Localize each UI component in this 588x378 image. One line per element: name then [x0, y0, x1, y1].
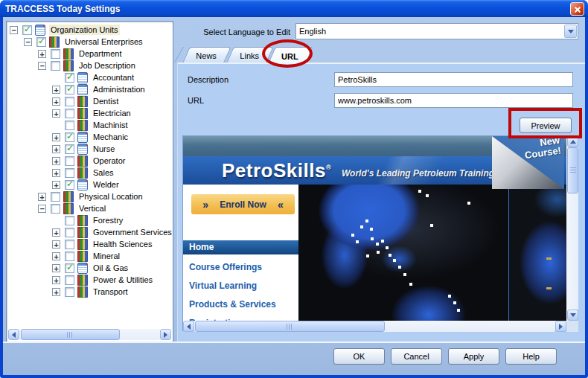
checkbox[interactable]: ✓: [65, 180, 74, 190]
help-button[interactable]: Help: [505, 348, 557, 365]
apply-button[interactable]: Apply: [448, 348, 499, 365]
nav-course-offerings[interactable]: Course Offerings: [183, 259, 298, 278]
expand-icon[interactable]: +: [52, 252, 60, 260]
scrollbar-track[interactable]: [567, 147, 578, 310]
nav-home[interactable]: Home: [183, 240, 298, 254]
checkbox[interactable]: ✓: [65, 144, 74, 154]
scroll-right-button[interactable]: [555, 321, 566, 332]
expand-icon[interactable]: +: [38, 193, 46, 201]
ok-button[interactable]: OK: [333, 348, 385, 365]
scrollbar-thumb[interactable]: [567, 147, 578, 193]
dropdown-arrow-button[interactable]: [564, 25, 577, 38]
tree-item[interactable]: +✓Welder: [7, 179, 173, 190]
expand-icon[interactable]: +: [52, 240, 60, 249]
tree-item[interactable]: +Mineral: [7, 250, 173, 262]
checkbox[interactable]: [65, 97, 74, 106]
expand-icon[interactable]: +: [52, 181, 60, 189]
tree-item[interactable]: +Department: [7, 48, 173, 60]
enroll-now-button[interactable]: » Enroll Now «: [191, 194, 295, 214]
expand-icon[interactable]: +: [52, 97, 60, 106]
tree-item[interactable]: +✓Nurse: [7, 143, 173, 155]
tree-item-label[interactable]: Nurse: [92, 144, 116, 154]
checkbox[interactable]: [65, 121, 74, 130]
checkbox[interactable]: [65, 109, 74, 118]
checkbox[interactable]: ✓: [65, 73, 74, 83]
checkbox[interactable]: ✓: [65, 263, 74, 273]
tree-item[interactable]: −✓Organization Units: [7, 24, 173, 36]
tree-item-label[interactable]: Electrician: [92, 108, 132, 118]
tree-item[interactable]: ✓Accountant: [7, 71, 173, 83]
scroll-right-button[interactable]: [160, 329, 171, 340]
checkbox[interactable]: [51, 192, 60, 202]
tree-item-label[interactable]: Physical Location: [77, 191, 144, 202]
checkbox[interactable]: [65, 275, 74, 285]
language-dropdown[interactable]: English: [295, 23, 578, 39]
expand-icon[interactable]: +: [52, 145, 60, 153]
description-input[interactable]: [334, 72, 573, 87]
tree-item[interactable]: +Health Sciences: [7, 238, 173, 250]
tree-item-label[interactable]: Machinist: [92, 120, 129, 130]
expand-icon[interactable]: +: [52, 157, 60, 165]
preview-vertical-scrollbar[interactable]: [566, 136, 578, 321]
tree-item[interactable]: +Operator: [7, 155, 173, 167]
tree-item[interactable]: +Physical Location: [7, 190, 173, 202]
tree-item[interactable]: −✓Universal Enterprises: [7, 36, 173, 48]
nav-products-services[interactable]: Products & Services: [183, 296, 298, 315]
expand-icon[interactable]: +: [52, 109, 60, 118]
nav-virtual-learning[interactable]: Virtual Learning: [183, 278, 298, 296]
expand-icon[interactable]: +: [52, 288, 60, 296]
tree-item-label[interactable]: Vertical: [77, 203, 107, 214]
tree-item-label[interactable]: Sales: [92, 167, 115, 178]
url-input[interactable]: [334, 93, 573, 108]
expand-icon[interactable]: +: [52, 86, 60, 94]
tree-item[interactable]: +✓Administration: [7, 83, 173, 95]
tree-item-label[interactable]: Universal Enterprises: [63, 36, 144, 47]
tree-item-label[interactable]: Administration: [92, 84, 147, 94]
scroll-down-button[interactable]: [567, 310, 578, 321]
tree-item[interactable]: −Vertical: [7, 202, 173, 214]
tree-item[interactable]: Forestry: [7, 214, 173, 226]
checkbox[interactable]: [65, 228, 74, 237]
nav-registration[interactable]: Registration: [183, 315, 298, 321]
tab-news[interactable]: News: [182, 47, 231, 63]
tree-item-label[interactable]: Transport: [92, 286, 130, 297]
tree-item[interactable]: +Dentist: [7, 95, 173, 107]
tree-item-label[interactable]: Job Description: [77, 60, 137, 71]
tree-item[interactable]: +Power & Utilities: [7, 274, 173, 286]
tree-item-label[interactable]: Welder: [92, 179, 121, 190]
checkbox[interactable]: [65, 168, 74, 178]
scroll-left-button[interactable]: [183, 321, 194, 332]
cancel-button[interactable]: Cancel: [391, 348, 442, 365]
expand-icon[interactable]: +: [52, 264, 60, 272]
tree-item[interactable]: +Transport: [7, 286, 173, 298]
checkbox[interactable]: [65, 216, 74, 225]
tree-item-label[interactable]: Organization Units: [49, 25, 120, 35]
expand-icon[interactable]: +: [52, 228, 60, 237]
checkbox[interactable]: ✓: [22, 25, 32, 35]
expand-icon[interactable]: +: [38, 50, 46, 58]
tree-item[interactable]: +Government Services: [7, 226, 173, 238]
tree-item-label[interactable]: Accountant: [92, 72, 135, 83]
collapse-icon[interactable]: −: [24, 38, 32, 46]
checkbox[interactable]: ✓: [36, 37, 46, 47]
scrollbar-track[interactable]: [19, 329, 160, 340]
checkbox[interactable]: [65, 252, 74, 261]
checkbox[interactable]: [51, 61, 60, 71]
collapse-icon[interactable]: −: [38, 205, 46, 213]
tree-item-label[interactable]: Health Sciences: [92, 239, 154, 249]
close-button[interactable]: [570, 2, 584, 16]
scrollbar-track[interactable]: [194, 321, 555, 332]
expand-icon[interactable]: +: [52, 169, 60, 177]
tree-horizontal-scrollbar[interactable]: [8, 329, 171, 340]
title-bar[interactable]: TRACCESS Today Settings: [0, 0, 588, 17]
collapse-icon[interactable]: −: [38, 62, 46, 70]
tree-item-label[interactable]: Power & Utilities: [92, 275, 154, 285]
expand-icon[interactable]: +: [52, 133, 60, 141]
scrollbar-thumb[interactable]: [21, 329, 120, 340]
tree-item[interactable]: +Electrician: [7, 107, 173, 119]
tree-item-label[interactable]: Department: [77, 48, 123, 59]
tree-item-label[interactable]: Oil & Gas: [92, 263, 130, 273]
checkbox[interactable]: ✓: [65, 132, 74, 142]
expand-icon[interactable]: +: [52, 276, 60, 284]
tree-item[interactable]: Machinist: [7, 119, 173, 131]
